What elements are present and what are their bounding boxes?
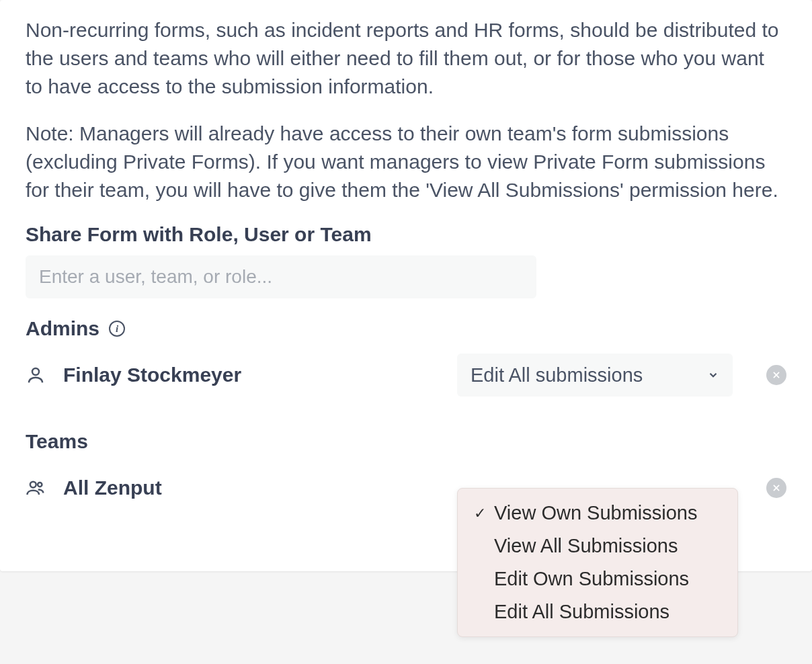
svg-point-3 [30, 482, 36, 488]
admin-row: Finlay Stockmeyer Edit All submissions [26, 354, 786, 397]
share-search-input[interactable] [26, 255, 536, 298]
admins-heading: Admins [26, 317, 99, 340]
permission-option-label: Edit All Submissions [494, 601, 669, 623]
permission-option-label: Edit Own Submissions [494, 568, 689, 590]
permission-option-label: View Own Submissions [494, 502, 697, 524]
svg-point-4 [38, 483, 42, 487]
permission-option-edit-all[interactable]: Edit All Submissions [458, 595, 737, 628]
chevron-down-icon [707, 369, 719, 381]
permission-dropdown-menu: ✓ View Own Submissions View All Submissi… [457, 488, 738, 637]
admins-heading-row: Admins i [26, 317, 786, 340]
remove-button[interactable] [766, 365, 786, 385]
permission-dropdown-value: Edit All submissions [471, 364, 643, 386]
share-heading: Share Form with Role, User or Team [26, 223, 786, 246]
permission-dropdown[interactable]: Edit All submissions [457, 354, 733, 397]
people-icon [26, 478, 46, 498]
remove-button[interactable] [766, 478, 786, 498]
permission-option-view-own[interactable]: ✓ View Own Submissions [458, 497, 737, 530]
info-icon[interactable]: i [109, 321, 125, 337]
check-icon: ✓ [473, 505, 487, 522]
person-icon [26, 365, 46, 385]
team-name: All Zenput [63, 476, 440, 499]
teams-heading-row: Teams [26, 430, 786, 453]
permission-option-label: View All Submissions [494, 535, 678, 557]
permission-option-view-all[interactable]: View All Submissions [458, 530, 737, 563]
svg-point-0 [32, 368, 39, 375]
description-text: Non-recurring forms, such as incident re… [26, 16, 786, 101]
note-text: Note: Managers will already have access … [26, 120, 786, 204]
permission-option-edit-own[interactable]: Edit Own Submissions [458, 563, 737, 595]
teams-heading: Teams [26, 430, 88, 453]
admin-name: Finlay Stockmeyer [63, 364, 440, 386]
share-form-card: Non-recurring forms, such as incident re… [0, 0, 812, 571]
